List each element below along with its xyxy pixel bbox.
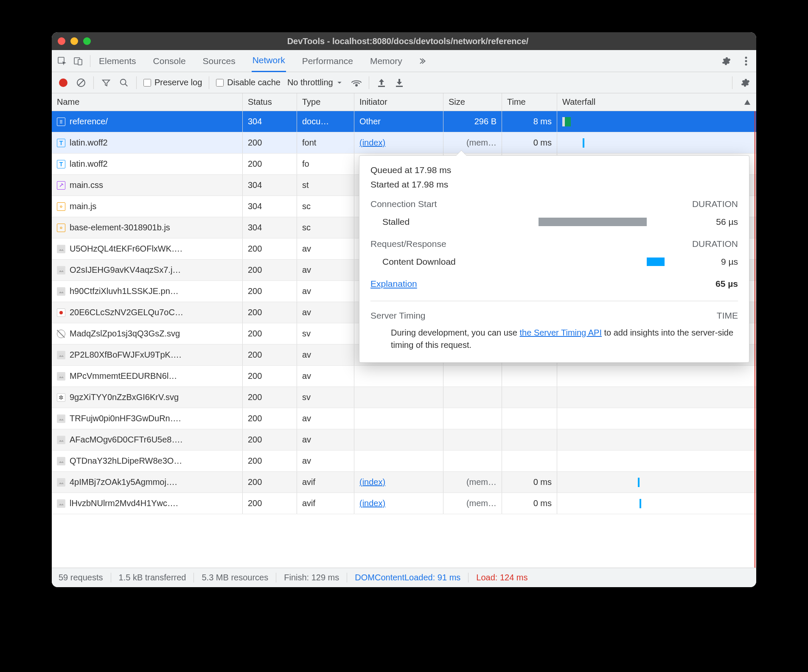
table-row[interactable]: MPcVmmemtEEDURBN6l…200av xyxy=(52,366,756,387)
resource-type: fo xyxy=(302,159,309,169)
time-value: 0 ms xyxy=(533,138,552,148)
request-name: O2sIJEHG9avKV4aqzSx7.j… xyxy=(70,265,181,275)
chevron-down-icon xyxy=(337,80,342,86)
sb-requests: 59 requests xyxy=(59,573,111,582)
status-code: 200 xyxy=(248,244,262,254)
svg-rect-24 xyxy=(58,480,64,485)
initiator-link[interactable]: (index) xyxy=(359,498,385,508)
table-row[interactable]: QTDnaY32hLDipeRW8e3O…200av xyxy=(52,451,756,472)
initiator-link[interactable]: (index) xyxy=(359,138,385,148)
image-icon xyxy=(57,499,65,508)
request-name: U5OHzQL4tEKFr6OFlxWK…. xyxy=(70,244,182,254)
request-name: lHvzbNUlrm2Mvd4H1Ywc…. xyxy=(70,498,178,508)
clear-icon[interactable] xyxy=(76,77,87,88)
waterfall-bar xyxy=(640,499,641,508)
close-window-button[interactable] xyxy=(58,37,65,45)
image-icon xyxy=(57,308,65,317)
popup-queued: Queued at 17.98 ms xyxy=(370,165,738,175)
sb-transferred: 1.5 kB transferred xyxy=(111,573,194,582)
resource-type: avif xyxy=(302,498,315,508)
device-toolbar-icon[interactable] xyxy=(72,55,84,67)
table-row[interactable]: TRFujw0pi0nHF3GwDuRn….200av xyxy=(52,408,756,429)
column-waterfall[interactable]: Waterfall xyxy=(557,93,756,111)
preserve-log-input[interactable] xyxy=(143,79,151,87)
resource-type: sv xyxy=(302,329,311,339)
request-name: 4pIMBj7zOAk1y5Agmmoj…. xyxy=(70,477,177,487)
tab-memory[interactable]: Memory xyxy=(369,50,403,72)
disable-cache-checkbox[interactable]: Disable cache xyxy=(216,78,281,87)
tab-performance[interactable]: Performance xyxy=(301,50,354,72)
timing-popup: Queued at 17.98 ms Started at 17.98 ms C… xyxy=(359,155,749,363)
image-icon xyxy=(57,372,65,381)
status-code: 200 xyxy=(248,371,262,381)
search-icon[interactable] xyxy=(118,77,129,88)
explanation-link[interactable]: Explanation xyxy=(370,279,417,289)
tab-console[interactable]: Console xyxy=(152,50,187,72)
window-title: DevTools - localhost:8080/docs/devtools/… xyxy=(65,36,750,46)
server-timing-body: During development, you can use the Serv… xyxy=(370,321,738,351)
stalled-value: 56 µs xyxy=(696,217,738,227)
tab-elements[interactable]: Elements xyxy=(98,50,137,72)
column-name[interactable]: Name xyxy=(52,93,243,111)
settings-gear-icon[interactable] xyxy=(720,55,732,67)
svg-point-5 xyxy=(745,63,747,65)
popup-total-value: 65 µs xyxy=(715,279,738,289)
status-code: 304 xyxy=(248,202,262,211)
request-name: latin.woff2 xyxy=(70,159,108,169)
resource-type: av xyxy=(302,308,311,317)
network-conditions-icon[interactable] xyxy=(351,77,362,88)
status-code: 200 xyxy=(248,350,262,360)
table-row[interactable]: reference/304docu…Other296 B8 ms xyxy=(52,111,756,132)
column-size[interactable]: Size xyxy=(443,93,502,111)
throttling-select[interactable]: No throttling xyxy=(287,78,342,87)
request-name: main.js xyxy=(70,202,96,211)
filter-icon[interactable] xyxy=(101,77,112,88)
popup-stalled-row: Stalled 56 µs xyxy=(370,214,738,230)
status-code: 200 xyxy=(248,265,262,275)
column-type[interactable]: Type xyxy=(297,93,354,111)
preserve-log-checkbox[interactable]: Preserve log xyxy=(143,78,202,87)
resource-type: sc xyxy=(302,202,311,211)
table-row[interactable]: 4pIMBj7zOAk1y5Agmmoj….200avif(index)(mem… xyxy=(52,472,756,493)
script-icon xyxy=(57,202,65,211)
status-code: 200 xyxy=(248,435,262,445)
request-name: TRFujw0pi0nHF3GwDuRn…. xyxy=(70,414,181,423)
svg-rect-20 xyxy=(58,374,64,379)
column-initiator[interactable]: Initiator xyxy=(354,93,443,111)
svg-rect-17 xyxy=(58,268,64,273)
column-status[interactable]: Status xyxy=(243,93,297,111)
upload-har-icon[interactable] xyxy=(376,77,387,88)
inspect-element-icon[interactable] xyxy=(56,55,68,67)
column-time[interactable]: Time xyxy=(502,93,557,111)
table-row[interactable]: AFacMOgv6D0CFTr6U5e8….200av xyxy=(52,429,756,451)
size-value: (mem… xyxy=(466,498,497,508)
record-button[interactable] xyxy=(58,77,69,88)
more-tabs-icon[interactable] xyxy=(416,55,428,67)
waterfall-bar xyxy=(638,478,640,487)
table-row[interactable]: Tlatin.woff2200font(index)(mem…0 ms xyxy=(52,132,756,154)
status-code: 200 xyxy=(248,498,262,508)
download-har-icon[interactable] xyxy=(394,77,405,88)
request-name: latin.woff2 xyxy=(70,138,108,148)
popup-conn-head: Connection Start DURATION xyxy=(370,199,738,209)
script-icon xyxy=(57,224,65,232)
disable-cache-input[interactable] xyxy=(216,79,224,87)
network-settings-gear-icon[interactable] xyxy=(739,77,750,88)
server-timing-api-link[interactable]: the Server Timing API xyxy=(520,328,602,337)
resource-type: st xyxy=(302,180,309,190)
tab-sources[interactable]: Sources xyxy=(202,50,236,72)
initiator-link[interactable]: (index) xyxy=(359,477,385,487)
request-name: 9gzXiTYY0nZzBxGI6KrV.svg xyxy=(70,392,179,402)
request-name: h90CtfziXluvh1LSSKJE.pn… xyxy=(70,286,179,296)
table-row[interactable]: lHvzbNUlrm2Mvd4H1Ywc….200avif(index)(mem… xyxy=(52,493,756,514)
kebab-menu-icon[interactable] xyxy=(740,55,752,67)
request-name: QTDnaY32hLDipeRW8e3O… xyxy=(70,456,182,466)
sb-domcontentloaded: DOMContentLoaded: 91 ms xyxy=(347,573,469,582)
table-row[interactable]: ✲9gzXiTYY0nZzBxGI6KrV.svg200sv xyxy=(52,387,756,408)
image-icon xyxy=(57,414,65,423)
svg-point-3 xyxy=(745,56,747,59)
resource-type: avif xyxy=(302,477,315,487)
tab-network[interactable]: Network xyxy=(252,50,286,72)
stalled-bar xyxy=(539,218,647,226)
svg-rect-2 xyxy=(78,59,82,65)
